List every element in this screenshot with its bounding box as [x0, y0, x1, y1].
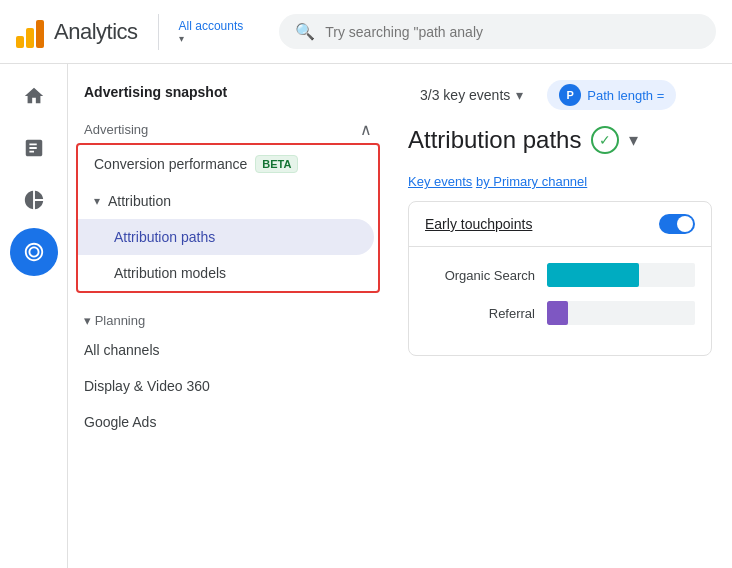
page-title-row: Attribution paths ✓ ▾: [408, 126, 712, 154]
chart-bar-container-organic: [547, 263, 695, 287]
attribution-paths-item[interactable]: Attribution paths: [78, 219, 374, 255]
search-bar[interactable]: 🔍: [279, 14, 716, 49]
left-rail: [0, 64, 68, 568]
touchpoints-title: Early touchpoints: [425, 216, 532, 232]
app-title: Analytics: [54, 19, 138, 45]
chart-bar-referral: [547, 301, 568, 325]
attribution-paths-label: Attribution paths: [114, 229, 215, 245]
chart-row-referral: Referral: [425, 301, 695, 325]
account-label: All accounts: [179, 19, 244, 33]
advertising-group-label: Advertising ∧: [68, 108, 388, 143]
chart-label-organic: Organic Search: [425, 268, 535, 283]
path-length-chip[interactable]: P Path length =: [547, 80, 676, 110]
attribution-models-label: Attribution models: [114, 265, 226, 281]
highlight-box: Conversion performance BETA ▾ Attributio…: [76, 143, 380, 293]
chart-bar-container-referral: [547, 301, 695, 325]
search-input[interactable]: [325, 24, 700, 40]
planning-arrow-icon: ▾: [84, 313, 91, 328]
page-title: Attribution paths: [408, 126, 581, 154]
rail-home-icon[interactable]: [10, 72, 58, 120]
beta-badge: BETA: [255, 155, 298, 173]
advertising-chevron-icon: ∧: [360, 120, 372, 139]
toggle-knob: [677, 216, 693, 232]
topbar-divider: [158, 14, 159, 50]
planning-group-label: ▾ Planning: [68, 301, 388, 332]
all-channels-item[interactable]: All channels: [68, 332, 380, 368]
search-icon: 🔍: [295, 22, 315, 41]
conversion-performance-label: Conversion performance: [94, 156, 247, 172]
topbar: Analytics All accounts ▾ 🔍: [0, 0, 732, 64]
path-length-label: Path length =: [587, 88, 664, 103]
content-toolbar: 3/3 key events ▾ P Path length =: [408, 80, 712, 110]
main-layout: Advertising snapshot Advertising ∧ Conve…: [0, 64, 732, 568]
rail-explore-icon[interactable]: [10, 176, 58, 224]
section-label: Key events by Primary channel: [408, 174, 712, 189]
chart-area: Organic Search Referral: [409, 247, 711, 355]
google-ads-item[interactable]: Google Ads: [68, 404, 380, 440]
section-label-text: by Primary channel: [476, 174, 587, 189]
key-events-dropdown-icon: ▾: [516, 87, 523, 103]
rail-advertising-icon[interactable]: [10, 228, 58, 276]
attribution-parent-label: Attribution: [108, 193, 171, 209]
key-events-label: 3/3 key events: [420, 87, 510, 103]
chart-label-referral: Referral: [425, 306, 535, 321]
conversion-performance-item[interactable]: Conversion performance BETA: [78, 145, 378, 183]
touchpoints-header: Early touchpoints: [409, 202, 711, 247]
attribution-parent-item[interactable]: ▾ Attribution: [78, 183, 378, 219]
logo-icon: [16, 16, 44, 48]
attribution-arrow-icon: ▾: [94, 194, 100, 208]
account-selector[interactable]: All accounts ▾: [179, 19, 244, 44]
content-area: 3/3 key events ▾ P Path length = Attribu…: [388, 64, 732, 568]
key-events-button[interactable]: 3/3 key events ▾: [408, 81, 535, 109]
sidebar: Advertising snapshot Advertising ∧ Conve…: [68, 64, 388, 568]
touchpoints-panel: Early touchpoints Organic Search Referra…: [408, 201, 712, 356]
title-dropdown-icon[interactable]: ▾: [629, 129, 638, 151]
title-check-icon: ✓: [591, 126, 619, 154]
all-channels-label: All channels: [84, 342, 160, 358]
rail-reports-icon[interactable]: [10, 124, 58, 172]
display-video-label: Display & Video 360: [84, 378, 210, 394]
chart-row-organic-search: Organic Search: [425, 263, 695, 287]
google-ads-label: Google Ads: [84, 414, 156, 430]
sidebar-snapshot-title[interactable]: Advertising snapshot: [68, 72, 388, 108]
logo-area: Analytics: [16, 16, 138, 48]
path-length-p-icon: P: [559, 84, 581, 106]
account-chevron-icon: ▾: [179, 33, 244, 44]
key-events-link[interactable]: Key events: [408, 174, 472, 189]
touchpoints-toggle[interactable]: [659, 214, 695, 234]
display-video-item[interactable]: Display & Video 360: [68, 368, 380, 404]
attribution-models-item[interactable]: Attribution models: [78, 255, 378, 291]
chart-bar-organic: [547, 263, 639, 287]
